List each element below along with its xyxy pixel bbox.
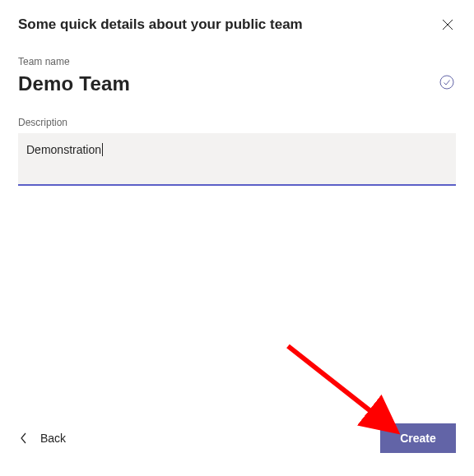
description-input[interactable]: Demonstration bbox=[18, 133, 456, 186]
team-name-input[interactable]: Demo Team bbox=[18, 72, 130, 95]
team-name-label: Team name bbox=[18, 56, 456, 67]
close-button[interactable] bbox=[439, 16, 456, 33]
dialog-title: Some quick details about your public tea… bbox=[18, 16, 303, 33]
svg-point-2 bbox=[440, 76, 453, 89]
back-button[interactable]: Back bbox=[18, 427, 67, 450]
description-label: Description bbox=[18, 117, 456, 128]
close-icon bbox=[442, 19, 453, 30]
description-value: Demonstration bbox=[26, 143, 101, 156]
chevron-left-icon bbox=[20, 432, 27, 444]
svg-line-4 bbox=[288, 346, 393, 428]
check-circle-icon bbox=[439, 75, 454, 93]
create-button[interactable]: Create bbox=[380, 423, 456, 453]
back-label: Back bbox=[40, 432, 66, 445]
text-caret bbox=[102, 143, 103, 156]
